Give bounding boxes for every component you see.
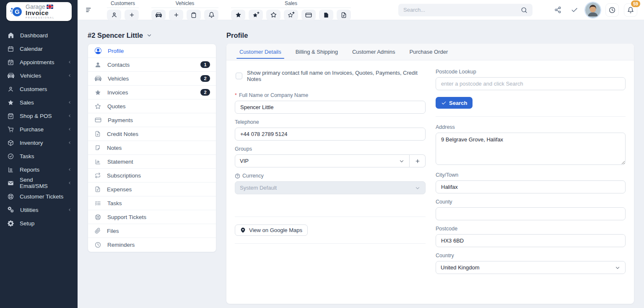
menu-item-label: Vehicles xyxy=(108,76,194,82)
vehicle-list-button[interactable] xyxy=(151,10,166,20)
global-search xyxy=(398,4,532,16)
search-icon[interactable] xyxy=(521,7,527,13)
customer-menu-reminders[interactable]: Reminders xyxy=(88,238,216,252)
new-quote-button[interactable] xyxy=(284,10,298,20)
menu-item-label: Subscriptions xyxy=(107,172,210,179)
add-customer-button[interactable] xyxy=(125,10,139,20)
vehicle-reminders-button[interactable] xyxy=(204,10,218,20)
clock-icon xyxy=(609,7,615,13)
payments-button[interactable] xyxy=(301,10,316,20)
logo-text: Garage Invoice PROFESSIONAL xyxy=(26,4,55,19)
customer-menu-statement[interactable]: Statement xyxy=(88,155,216,169)
sidebar-item-dashboard[interactable]: Dashboard xyxy=(0,29,78,42)
bell-icon xyxy=(208,12,215,18)
star-plus-icon xyxy=(288,11,295,18)
sidebar-item-inventory[interactable]: Inventory xyxy=(0,136,78,149)
sidebar-item-utilities[interactable]: Utilities xyxy=(0,203,78,217)
customer-menu-vehicles[interactable]: Vehicles2 xyxy=(88,72,216,86)
new-invoice-button[interactable] xyxy=(249,10,263,20)
tab-customer-details[interactable]: Customer Details xyxy=(232,44,288,60)
postcode-lookup-field: Postcode Lookup xyxy=(436,69,626,90)
customer-menu-notes[interactable]: Notes xyxy=(88,141,216,155)
sidebar-item-vehicles[interactable]: Vehicles xyxy=(0,69,78,82)
divider xyxy=(235,217,426,217)
content-area: #2 Spencer Little Profile Contacts1 Vehi… xyxy=(78,20,644,308)
show-primary-contact-checkbox[interactable] xyxy=(236,73,242,79)
credit-notes-button[interactable] xyxy=(319,10,333,20)
tab-billing-shipping[interactable]: Billing & Shipping xyxy=(288,44,345,60)
car-icon xyxy=(156,12,162,18)
app-window: G Garage Invoice PROFESSIONAL Dashboard … xyxy=(0,0,644,308)
sidebar-item-customer-tickets[interactable]: Customer Tickets xyxy=(0,190,78,203)
customer-menu-payments[interactable]: Payments xyxy=(88,113,216,127)
menu-item-label: Credit Notes xyxy=(107,131,210,137)
share-icon xyxy=(554,6,561,13)
add-vehicle-button[interactable] xyxy=(169,10,183,20)
person-circle-icon xyxy=(95,47,101,54)
paperclip-icon xyxy=(95,228,101,234)
sidebar-item-sales[interactable]: Sales xyxy=(0,96,78,109)
quotes-button[interactable] xyxy=(266,10,280,20)
sidebar-item-label: Dashboard xyxy=(20,32,48,39)
address-textarea[interactable]: 9 Belgrave Grove, Halifax xyxy=(436,133,626,165)
full-name-field: *Full Name or Company Name xyxy=(235,92,426,114)
invoices-button[interactable] xyxy=(231,10,245,20)
customer-menu-invoices[interactable]: Invoices2 xyxy=(88,86,216,99)
country-select[interactable]: United Kingdom xyxy=(436,261,626,274)
postcode-search-button[interactable]: Search xyxy=(436,97,473,109)
customer-menu-files[interactable]: Files xyxy=(88,224,216,238)
sidebar-item-label: Purchase xyxy=(20,126,44,133)
add-group-button[interactable] xyxy=(410,154,426,167)
menu-toggle-button[interactable] xyxy=(83,5,94,16)
customer-list-button[interactable] xyxy=(107,10,121,20)
sidebar-item-appointments[interactable]: Appointments xyxy=(0,55,78,69)
customer-menu-quotes[interactable]: Quotes xyxy=(88,99,216,113)
city-input[interactable] xyxy=(436,180,626,193)
customer-menu-credit-notes[interactable]: Credit Notes xyxy=(88,127,216,141)
customer-menu-profile[interactable]: Profile xyxy=(88,44,216,58)
sidebar-item-reports[interactable]: Reports xyxy=(0,163,78,176)
documents-button[interactable] xyxy=(337,10,351,20)
notifications-button[interactable]: 59 xyxy=(624,3,637,17)
search-input[interactable] xyxy=(403,7,517,13)
tasks-done-button[interactable] xyxy=(569,4,580,16)
menu-item-label: Quotes xyxy=(107,103,210,110)
file-icon xyxy=(341,12,347,18)
view-on-google-maps-button[interactable]: View on Google Maps xyxy=(235,224,308,236)
county-input[interactable] xyxy=(436,207,626,220)
sidebar-item-label: Inventory xyxy=(20,140,43,146)
sidebar-item-shop-pos[interactable]: Shop & POS xyxy=(0,109,78,123)
customer-menu-expenses[interactable]: Expenses xyxy=(88,183,216,196)
customer-menu-contacts[interactable]: Contacts1 xyxy=(88,58,216,72)
sidebar-item-tasks[interactable]: Tasks xyxy=(0,149,78,163)
customer-header[interactable]: #2 Spencer Little xyxy=(88,31,216,39)
customer-menu-support-tickets[interactable]: Support Tickets xyxy=(88,210,216,224)
sidebar-item-send-email-sms[interactable]: Send Email/SMS xyxy=(0,176,78,190)
sidebar-item-label: Tasks xyxy=(20,153,34,159)
customer-menu-subscriptions[interactable]: Subscriptions xyxy=(88,169,216,183)
history-button[interactable] xyxy=(605,3,619,17)
list-check-icon xyxy=(95,200,101,206)
groups-select[interactable]: VIP xyxy=(235,154,410,167)
telephone-input[interactable] xyxy=(235,128,426,141)
full-name-input[interactable] xyxy=(235,101,426,114)
sidebar-item-label: Customer Tickets xyxy=(20,193,63,200)
user-avatar[interactable] xyxy=(585,3,600,18)
sidebar-item-calendar[interactable]: Calendar xyxy=(0,42,78,55)
menu-item-label: Statement xyxy=(107,159,210,165)
postcode-input[interactable] xyxy=(436,234,626,247)
tab-purchase-order[interactable]: Purchase Order xyxy=(402,44,455,60)
vehicle-clipboard-button[interactable] xyxy=(187,10,201,20)
tab-customer-admins[interactable]: Customer Admins xyxy=(345,44,402,60)
customer-menu-tasks[interactable]: Tasks xyxy=(88,196,216,210)
menu-item-label: Files xyxy=(107,228,210,234)
customer-column: #2 Spencer Little Profile Contacts1 Vehi… xyxy=(88,31,216,304)
share-button[interactable] xyxy=(552,4,564,16)
sidebar-item-setup[interactable]: Setup xyxy=(0,217,78,230)
country-label: Country xyxy=(436,253,454,258)
sidebar-item-purchase[interactable]: Purchase xyxy=(0,123,78,136)
postcode-lookup-input[interactable] xyxy=(436,77,626,90)
sidebar-item-customers[interactable]: Customers xyxy=(0,82,78,96)
app-logo[interactable]: G Garage Invoice PROFESSIONAL xyxy=(6,2,72,21)
sidebar-item-label: Setup xyxy=(20,220,34,227)
